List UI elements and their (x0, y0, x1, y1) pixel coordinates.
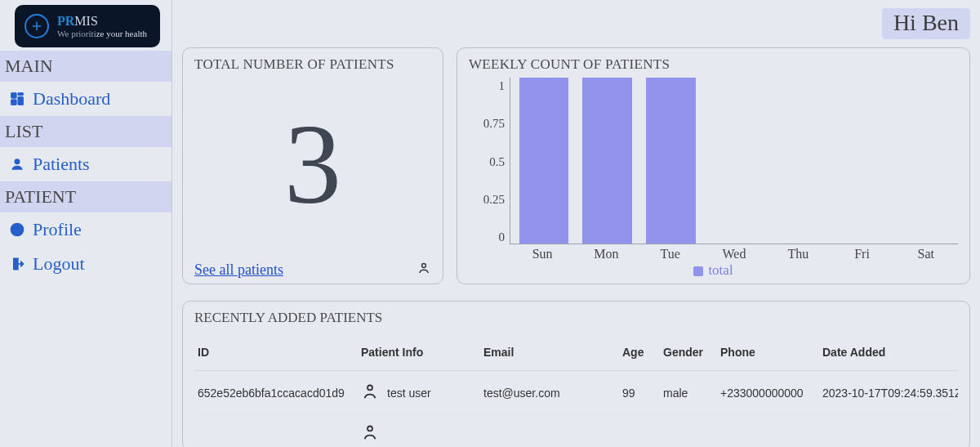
x-tick: Tue (639, 247, 702, 261)
col-id: ID (194, 334, 358, 371)
col-phone: Phone (717, 334, 819, 371)
sidebar-item-patients[interactable]: Patients (0, 147, 172, 181)
brand-tag-b: ze your health (96, 29, 147, 38)
cell-id: 652e52eb6bfa1ccacacd01d9 (194, 371, 358, 415)
cards-row: TOTAL NUMBER OF PATIENTS 3 See all patie… (172, 39, 980, 284)
card-title: WEEKLY COUNT OF PATIENTS (469, 56, 958, 73)
chart-legend: total (469, 261, 958, 279)
bar (519, 78, 569, 244)
person-outline-icon (8, 155, 26, 173)
medical-plus-icon (24, 14, 49, 38)
table-header-row: ID Patient Info Email Age Gender Phone D… (194, 334, 958, 371)
sidebar-item-profile[interactable]: Profile (0, 212, 172, 247)
greeting: Hi Ben (882, 8, 970, 39)
sidebar-item-logout[interactable]: Logout (0, 247, 172, 281)
y-tick: 0.25 (483, 193, 505, 207)
sidebar-item-label: Profile (33, 219, 82, 240)
brand-name-pr: PR (57, 14, 74, 28)
dashboard-icon (8, 90, 26, 108)
main: Hi Ben TOTAL NUMBER OF PATIENTS 3 See al… (172, 0, 980, 447)
bar-slot (702, 78, 766, 244)
x-tick: Sat (894, 247, 958, 261)
person-icon (361, 382, 379, 403)
svg-point-6 (16, 226, 20, 230)
col-email: Email (480, 334, 619, 371)
table-row[interactable] (194, 415, 958, 445)
bar-slot (766, 78, 830, 244)
y-tick: 0 (499, 230, 506, 244)
card-title: TOTAL NUMBER OF PATIENTS (194, 56, 431, 73)
bar-slot (830, 78, 893, 244)
sidebar-item-label: Dashboard (33, 88, 110, 110)
sidebar-section-list: LIST (0, 116, 172, 147)
brand-tag-a: We prioriti (57, 29, 96, 38)
bar-slot (893, 78, 956, 244)
x-tick: Fri (830, 247, 893, 261)
person-icon (416, 261, 431, 279)
sidebar-item-label: Patients (33, 154, 90, 175)
sidebar-section-patient: PATIENT (0, 181, 172, 212)
card-weekly-chart: WEEKLY COUNT OF PATIENTS 10.750.50.250 S… (457, 47, 970, 284)
svg-rect-0 (11, 93, 17, 99)
brand-text: PRMIS We prioritize your health (57, 13, 147, 39)
sidebar-item-label: Logout (33, 253, 85, 275)
bar (646, 78, 696, 244)
sidebar: PRMIS We prioritize your health MAIN Das… (0, 0, 172, 447)
x-tick: Mon (574, 247, 638, 261)
svg-point-9 (368, 426, 372, 431)
x-tick: Wed (702, 247, 766, 261)
card-title: RECENTLY ADDED PATIENTS (194, 310, 958, 326)
svg-rect-3 (11, 100, 17, 105)
bar (582, 78, 632, 244)
see-all-patients-link[interactable]: See all patients (194, 261, 283, 279)
person-icon (361, 423, 379, 444)
patient-name: test user (387, 387, 431, 400)
chart: 10.750.50.250 SunMonTueWedThuFriSat (469, 73, 958, 261)
cell-gender: male (660, 371, 717, 415)
cell-email: test@user.com (480, 371, 619, 415)
account-circle-icon (8, 221, 26, 239)
total-patients-value: 3 (194, 73, 431, 256)
svg-point-4 (15, 159, 19, 163)
card-recent-patients: RECENTLY ADDED PATIENTS ID Patient Info … (182, 301, 970, 447)
bar-slot (512, 78, 576, 244)
y-tick: 0.75 (483, 117, 505, 131)
bar-slot (576, 78, 639, 244)
svg-rect-2 (18, 97, 24, 105)
y-tick: 0.5 (489, 155, 505, 169)
cell-info: test user (358, 371, 480, 415)
cell-phone: +233000000000 (717, 371, 819, 415)
brand-name-mis: MIS (74, 14, 97, 28)
bar-slot (639, 78, 702, 244)
x-tick: Thu (766, 247, 830, 261)
svg-point-8 (368, 385, 372, 390)
chart-plot-area: SunMonTueWedThuFriSat (510, 78, 958, 244)
col-age: Age (619, 334, 660, 371)
logout-icon (8, 255, 26, 273)
table-row[interactable]: 652e52eb6bfa1ccacacd01d9test usertest@us… (194, 371, 958, 415)
card-total-patients: TOTAL NUMBER OF PATIENTS 3 See all patie… (182, 47, 443, 284)
sidebar-section-main: MAIN (0, 51, 172, 82)
cell-date: 2023-10-17T09:24:59.351Z (819, 371, 958, 415)
col-gender: Gender (660, 334, 717, 371)
cell-age: 99 (619, 371, 660, 415)
chart-y-axis: 10.750.50.250 (469, 78, 510, 261)
svg-point-7 (422, 264, 426, 268)
chart-x-axis: SunMonTueWedThuFriSat (510, 247, 958, 261)
col-info: Patient Info (358, 334, 480, 371)
brand[interactable]: PRMIS We prioritize your health (15, 5, 160, 47)
x-tick: Sun (510, 247, 574, 261)
sidebar-item-dashboard[interactable]: Dashboard (0, 82, 172, 116)
svg-rect-1 (18, 93, 24, 96)
patients-table: ID Patient Info Email Age Gender Phone D… (194, 334, 958, 444)
col-date: Date Added (819, 334, 958, 371)
y-tick: 1 (499, 79, 506, 93)
topbar: Hi Ben (172, 0, 980, 39)
legend-label: total (708, 262, 733, 278)
legend-swatch-icon (693, 266, 703, 276)
